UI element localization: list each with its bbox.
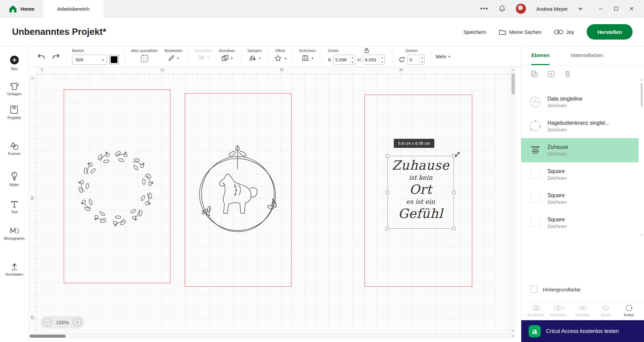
width-step-up-icon[interactable]: ▲ bbox=[350, 55, 355, 60]
rotate-label: Drehen bbox=[406, 49, 418, 53]
panel-scrollbar[interactable]: ▲ ▼ bbox=[640, 78, 643, 236]
layer-row[interactable]: Square Zeichnen bbox=[521, 162, 639, 186]
vertical-scrollbar[interactable]: ▲ ▼ bbox=[511, 67, 516, 333]
workspace-tab[interactable]: Arbeitsbereich bbox=[43, 0, 104, 18]
close-button[interactable] bbox=[624, 0, 639, 18]
layers-panel: Ebenen Materialfarben Dala singleline Ze… bbox=[521, 46, 644, 342]
machine-select-button[interactable]: Joy bbox=[554, 29, 574, 35]
sidebar-item-upload[interactable]: Hochladen bbox=[5, 262, 23, 276]
sidebar-item-monogram[interactable]: Monogramm bbox=[4, 227, 25, 240]
rotate-step-up-icon[interactable]: ▲ bbox=[420, 55, 424, 60]
sidebar-item-projects[interactable]: Projekte bbox=[7, 105, 21, 120]
operation-color-swatch[interactable] bbox=[109, 55, 119, 64]
save-button[interactable]: Speichern bbox=[464, 29, 486, 35]
scroll-up-icon[interactable]: ▲ bbox=[640, 78, 643, 81]
wreath-drawing[interactable] bbox=[70, 143, 162, 232]
selected-text-object[interactable]: Zuhause ist kein Ort es ist ein Gefühl bbox=[387, 156, 454, 229]
rotate-input[interactable] bbox=[408, 55, 419, 64]
resize-handle[interactable] bbox=[452, 191, 455, 194]
resize-handle[interactable] bbox=[386, 154, 389, 158]
flatten-action[interactable]: Ebnen bbox=[595, 304, 617, 320]
tab-layers[interactable]: Ebenen bbox=[531, 46, 549, 65]
offset-menu-button[interactable]: ▾ bbox=[274, 55, 286, 62]
design-canvas[interactable]: Zuhause ist kein Ort es ist ein Gefühl 5… bbox=[36, 74, 511, 333]
sidebar-item-images[interactable]: Bilder bbox=[9, 172, 19, 187]
height-step-up-icon[interactable]: ▲ bbox=[380, 55, 384, 60]
scroll-down-icon[interactable]: ▼ bbox=[640, 234, 643, 236]
more-label: Mehr bbox=[436, 54, 446, 59]
maximize-button[interactable] bbox=[608, 0, 624, 18]
operation-dropdown[interactable]: Stift ▾ bbox=[72, 55, 107, 65]
save-label: Speichern bbox=[464, 29, 486, 35]
vertical-scroll-thumb[interactable] bbox=[512, 73, 515, 95]
deform-menu-button[interactable]: ▾ bbox=[301, 55, 313, 61]
dala-horse-drawing[interactable] bbox=[187, 141, 288, 235]
redo-icon[interactable] bbox=[52, 53, 60, 60]
background-color-checkbox[interactable] bbox=[531, 286, 537, 293]
layer-row[interactable]: Dala singleline Zeichnen bbox=[521, 90, 639, 114]
horizontal-scrollbar[interactable] bbox=[29, 333, 511, 339]
home-tab[interactable]: Home bbox=[0, 0, 43, 18]
horizontal-scroll-thumb[interactable] bbox=[30, 335, 66, 338]
undo-icon[interactable] bbox=[38, 53, 45, 60]
rotate-icon[interactable] bbox=[398, 56, 405, 63]
width-field: ▲▼ bbox=[333, 55, 355, 65]
project-header: Unbenanntes Projekt* Speichern Meine Sac… bbox=[0, 18, 644, 46]
panel-scroll-thumb[interactable] bbox=[641, 83, 643, 107]
delete-layer-icon[interactable] bbox=[564, 70, 571, 78]
zoom-in-icon[interactable]: + bbox=[73, 318, 82, 327]
arrange-menu-button[interactable]: ▾ bbox=[221, 55, 233, 61]
select-all-icon[interactable] bbox=[141, 55, 149, 63]
minimize-button[interactable] bbox=[593, 0, 608, 18]
more-menu-button[interactable]: Mehr ▾ bbox=[436, 54, 450, 59]
scroll-up-icon[interactable]: ▲ bbox=[511, 68, 516, 71]
layer-type: Zeichnen bbox=[547, 199, 567, 205]
text-line: es ist ein bbox=[388, 197, 453, 206]
resize-handle[interactable] bbox=[386, 191, 389, 194]
slice-action[interactable]: Beschneid.. bbox=[525, 304, 547, 320]
user-avatar[interactable] bbox=[516, 3, 526, 14]
cricut-access-banner[interactable]: a Cricut Access kostenlos testen bbox=[521, 320, 644, 342]
text-icon bbox=[10, 200, 18, 208]
zoom-out-icon[interactable]: − bbox=[43, 318, 52, 327]
sidebar-item-new[interactable]: Neu bbox=[9, 55, 19, 71]
combine-action[interactable]: ▾ Kombinier... bbox=[548, 304, 571, 320]
rotate-step-down-icon[interactable]: ▼ bbox=[420, 60, 424, 64]
more-options-icon[interactable]: ••• bbox=[480, 5, 489, 12]
user-name[interactable]: Andrea Meyer bbox=[536, 6, 568, 12]
layer-row[interactable]: Square Zeichnen bbox=[521, 211, 639, 235]
height-input[interactable] bbox=[363, 55, 379, 64]
width-step-down-icon[interactable]: ▼ bbox=[350, 60, 355, 64]
add-layer-icon[interactable] bbox=[547, 70, 555, 78]
flip-menu-button[interactable]: ▾ bbox=[249, 55, 261, 61]
sidebar-item-templates[interactable]: Vorlagen bbox=[7, 82, 21, 96]
attach-action[interactable]: Verbinden bbox=[572, 304, 594, 320]
duplicate-layer-icon[interactable] bbox=[531, 70, 538, 78]
lock-aspect-icon[interactable] bbox=[364, 48, 369, 53]
action-label: Kombinier... bbox=[551, 313, 569, 317]
scroll-down-icon[interactable]: ▼ bbox=[511, 329, 516, 332]
sidebar-item-text[interactable]: Text bbox=[10, 200, 18, 214]
user-menu-chevron-icon[interactable] bbox=[578, 7, 583, 10]
resize-handle[interactable] bbox=[386, 227, 389, 230]
slice-icon bbox=[533, 304, 540, 312]
my-stuff-button[interactable]: Meine Sachen bbox=[499, 29, 541, 35]
contour-action[interactable]: Kontur bbox=[618, 304, 640, 320]
height-step-down-icon[interactable]: ▼ bbox=[380, 60, 384, 64]
layer-row[interactable]: Square Zeichnen bbox=[521, 186, 639, 211]
shirt-icon bbox=[10, 82, 19, 90]
tab-material-colors[interactable]: Materialfarben bbox=[571, 46, 603, 65]
resize-handle[interactable] bbox=[452, 227, 455, 230]
pencil-icon bbox=[168, 55, 175, 61]
projects-icon bbox=[10, 105, 18, 114]
workspace-tab-label: Arbeitsbereich bbox=[57, 6, 90, 12]
sidebar-item-shapes[interactable]: Formen bbox=[8, 142, 21, 156]
notifications-bell-icon[interactable] bbox=[499, 5, 505, 12]
edit-menu-button[interactable]: ▾ bbox=[168, 55, 179, 61]
layer-row-selected[interactable]: Zuhause Zeichnen bbox=[521, 138, 639, 162]
layer-row[interactable]: Hagebuttenkranz singlel... Zeichnen bbox=[521, 114, 639, 138]
arrange-group: Anordnen ▾ bbox=[216, 46, 238, 67]
align-menu-button[interactable]: ▾ bbox=[198, 55, 209, 61]
width-input[interactable] bbox=[334, 55, 350, 64]
make-it-button[interactable]: Herstellen bbox=[587, 24, 633, 40]
